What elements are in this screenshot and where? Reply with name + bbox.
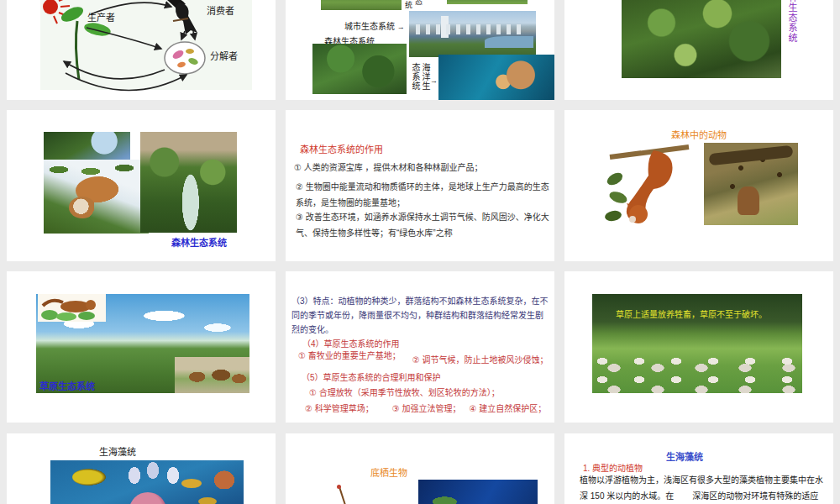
- tree-branch: [709, 145, 794, 165]
- city-river: [485, 36, 533, 48]
- forest-role-item-1: ① 人类的资源宝库 ，提供木材和各种林副业产品；: [294, 160, 483, 173]
- grassland-feature-paragraph: （3）特点：动植物的种类少，群落结构不如森林生态系统复杂，在不同的季节或年份，降…: [291, 294, 549, 337]
- marine-ecosystem-image: [438, 55, 554, 100]
- grassland-protect-items-row: ② 科学管理草场；③ 加强立法管理；④ 建立自然保护区；: [305, 402, 546, 414]
- marine-line-2: 深 150 米以内的水域。在深海区的动物对环境有特殊的适应: [580, 489, 818, 501]
- arrow-right-icon: →: [397, 23, 405, 31]
- pink-fish: [129, 492, 166, 504]
- anglerfish-lure: [339, 486, 347, 504]
- grassland-protect-heading: （5）草原生态系统的合理利用和保护: [302, 370, 441, 383]
- forest-role-title: 森林生态系统的作用: [300, 142, 383, 155]
- coral-reef-image: [50, 460, 244, 504]
- slide-cycle-diagram[interactable]: 生产者 消费者 分解者: [7, 0, 276, 100]
- forest-ecosystem-image: [312, 44, 407, 94]
- grassland-protect-item-1: ① 合理放牧（采用季节性放牧、划区轮牧的方法）；: [309, 386, 500, 398]
- grassland-role-items: ① 畜牧业的重要生产基地；② 调节气候，防止土地被风沙侵蚀；: [298, 349, 549, 361]
- grassland-protect-item-2: ② 科学管理草场；: [305, 404, 374, 413]
- forest-valley-image: [140, 132, 237, 233]
- slide-sorter-canvas: 生产者 消费者 分解者 系统 态 城市生态系统 → 森林生态系统 海洋生态系统 …: [0, 0, 840, 504]
- partial-side-label: 态: [415, 0, 423, 7]
- marine-line-1-right: 集中在水: [790, 473, 823, 486]
- weasel-drawing-image: [38, 294, 106, 322]
- marine-line-2-left: 深 150 米以内的水域。在: [580, 491, 674, 501]
- slide-benthic[interactable]: 底栖生物: [286, 433, 554, 504]
- arrow-right-icon: →: [430, 76, 438, 85]
- leopard-image: [704, 143, 798, 225]
- city-ecosystem-label: 城市生态系统 →: [344, 19, 405, 32]
- sheep-meadow-image: 草原上适量放养牲畜，草原不至于破坏。: [592, 294, 802, 393]
- city-skyline: [416, 24, 525, 34]
- slide-grassland-overview[interactable]: 草原生态系统: [7, 271, 276, 423]
- slide-grassland-detail[interactable]: （3）特点：动植物的种类少，群落结构不如森林生态系统复杂，在不同的季节或年份，降…: [286, 271, 554, 423]
- leaves-foreground: [47, 163, 139, 176]
- forest-role-item-3: ③ 改善生态环境，如涵养水源保持水土调节气候、防风固沙、净化大气、保持生物多样性…: [296, 209, 549, 241]
- decomposer-label: 分解者: [210, 50, 238, 61]
- grassland-protect-item-4: ④ 建立自然保护区；: [470, 404, 547, 413]
- grassland-role-item-1: ① 畜牧业的重要生产基地；: [298, 351, 401, 360]
- sheep-overlay-text: 草原上适量放养牲畜，草原不至于破坏。: [616, 307, 767, 320]
- slide-ecosystem-types[interactable]: 系统 态 城市生态系统 → 森林生态系统 海洋生态系统 →: [286, 0, 554, 100]
- small-yellow-fish-1: [181, 479, 202, 488]
- anglerfish-image: [298, 480, 416, 504]
- small-yellow-fish-2: [198, 497, 217, 504]
- city-ecosystem-image: [409, 11, 536, 57]
- deer-figure: [738, 186, 759, 215]
- ecosystem-cycle-diagram: 生产者 消费者 分解者: [40, 0, 252, 93]
- slide-forest-overview[interactable]: 森林生态系统: [7, 110, 276, 261]
- red-squirrel-image: [605, 139, 691, 229]
- slide-marine-detail[interactable]: 生海藻统 1. 典型的动植物 植物以浮游植物为主，浅海区有很多大型的藻类植物主要…: [564, 433, 833, 504]
- grassland-thumb-image: [321, 0, 402, 10]
- forest-vertical-label: 森林生态系统: [786, 0, 797, 50]
- slide-forest-animals[interactable]: 森林中的动物: [564, 110, 833, 261]
- marine-line-1: 植物以浮游植物为主，浅海区有很多大型的藻类植物主要集中在水: [580, 473, 803, 486]
- slow-loris-image: [44, 160, 149, 234]
- marine-ecosystem-vertical-label: 海洋生态系统: [408, 63, 430, 95]
- loris-face: [69, 197, 96, 218]
- slide-marine-overview[interactable]: 生海藻统: [7, 433, 276, 504]
- white-coral: [124, 462, 190, 487]
- grassland-protect-item-3: ③ 加强立法管理；: [392, 404, 461, 413]
- slide-forest-title[interactable]: 森林生态系统: [564, 0, 833, 100]
- butterflyfish: [72, 469, 106, 486]
- anglerfish-lure-tip: [337, 485, 341, 489]
- slide-forest-role[interactable]: 森林生态系统的作用 ① 人类的资源宝库 ，提供木材和各种林副业产品； ② 生物圈…: [286, 110, 554, 261]
- forest-photo-image: [622, 0, 781, 78]
- antelopes-image: [175, 357, 249, 393]
- marine-line-2-right: 深海区的动物对环境有特殊的适应: [692, 491, 818, 501]
- grass-strip-image: [447, 0, 528, 4]
- decomposer-microbes-icon: [165, 42, 205, 74]
- grassland-role-heading: （4）草原生态系统的作用: [302, 337, 400, 349]
- marine-line-1-left: 植物以浮游植物为主，浅海区有很多大型的藻类植物主要: [580, 473, 790, 486]
- grassland-role-item-2: ② 调节气候，防止土地被风沙侵蚀；: [412, 353, 549, 365]
- grassland-overview-caption: 草原生态系统: [39, 379, 95, 392]
- consumer-label: 消费者: [207, 5, 234, 16]
- orange-coral: [210, 467, 239, 489]
- marine-overview-title: 生海藻统: [99, 444, 136, 458]
- producer-label: 生产者: [87, 12, 115, 23]
- forest-overview-caption: 森林生态系统: [171, 235, 227, 249]
- benthic-title: 底栖生物: [370, 465, 407, 479]
- deep-sea-scene-image: [418, 480, 538, 504]
- forest-role-item-2: ② 生物圈中能量流动和物质循环的主体，是地球上生产力最高的生态系统，是生物圈的能…: [296, 179, 549, 211]
- marine-typical-heading: 1. 典型的动植物: [583, 461, 643, 474]
- slide-grassland-sheep[interactable]: 草原上适量放养牲畜，草原不至于破坏。: [564, 271, 833, 423]
- sheep-flock: [592, 354, 802, 393]
